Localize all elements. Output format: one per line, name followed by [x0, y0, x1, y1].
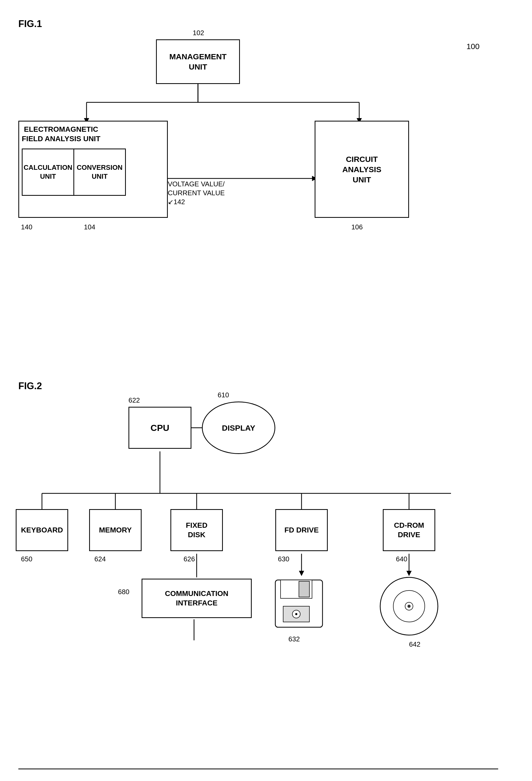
svg-point-31	[295, 613, 297, 615]
comm-interface-box: COMMUNICATION INTERFACE	[142, 579, 252, 618]
ref-100: 100	[467, 42, 480, 51]
ref-106: 106	[351, 223, 363, 231]
svg-rect-28	[299, 581, 309, 597]
cdrom-drive-box: CD-ROM DRIVE	[383, 509, 435, 551]
circuit-analysis-box: CIRCUIT ANALYSIS UNIT	[315, 121, 409, 218]
cdrom-disc-icon	[378, 575, 441, 638]
cpu-box: CPU	[129, 407, 191, 449]
ref-632: 632	[289, 635, 300, 643]
fd-drive-box: FD DRIVE	[275, 509, 328, 551]
ref-650: 650	[21, 555, 32, 563]
ref-680: 680	[118, 588, 129, 596]
ref-624: 624	[94, 555, 106, 563]
em-field-label: ELECTROMAGNETICFIELD ANALYSIS UNIT	[22, 125, 100, 144]
fig2-label: FIG.2	[18, 380, 42, 392]
fig1-label: FIG.1	[18, 18, 42, 29]
ref-642: 642	[409, 640, 420, 649]
ref-102: 102	[193, 29, 204, 37]
svg-point-35	[407, 605, 411, 608]
ref-640: 640	[396, 555, 407, 563]
ref-622: 622	[129, 396, 140, 404]
voltage-label: VOLTAGE VALUE/ CURRENT VALUE ↙142	[168, 180, 225, 206]
ref-630: 630	[278, 555, 289, 563]
ref-610: 610	[218, 391, 229, 399]
ref-140: 140	[21, 223, 32, 231]
memory-box: MEMORY	[89, 509, 142, 551]
em-field-analysis-box: ELECTROMAGNETICFIELD ANALYSIS UNIT CALCU…	[18, 121, 168, 218]
ref-626: 626	[183, 555, 195, 563]
ref-104: 104	[84, 223, 95, 231]
ref-142: ↙142	[168, 198, 185, 206]
figure-2: FIG.2 C	[0, 380, 532, 781]
conversion-unit-box: CONVERSION UNIT	[74, 149, 126, 196]
calculation-unit-box: CALCULATION UNIT	[22, 149, 74, 196]
keyboard-box: KEYBOARD	[16, 509, 68, 551]
figure-1: FIG.1 100 MANAGEMENT UNIT 102 ELECTRO	[0, 8, 532, 375]
fixed-disk-box: FIXED DISK	[170, 509, 223, 551]
management-unit-box: MANAGEMENT UNIT	[156, 39, 240, 84]
display-box: DISPLAY	[202, 402, 275, 454]
floppy-disk-icon	[270, 575, 328, 632]
